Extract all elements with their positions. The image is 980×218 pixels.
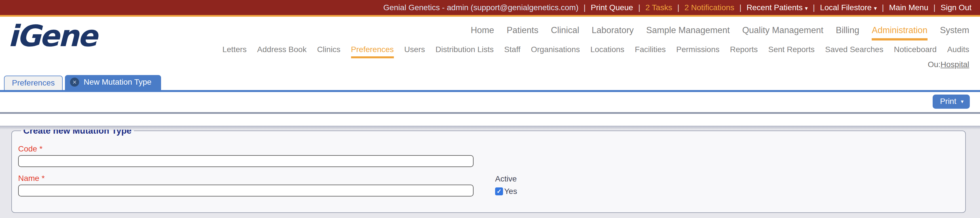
subnav-clinics[interactable]: Clinics	[317, 45, 340, 57]
recent-patients-dropdown[interactable]: Recent Patients▾	[735, 3, 808, 12]
active-label: Active	[495, 174, 517, 183]
subnav-address-book[interactable]: Address Book	[257, 45, 307, 57]
name-input[interactable]	[18, 185, 474, 196]
code-input[interactable]	[18, 155, 474, 167]
tab-new-mutation-type[interactable]: ✕ New Mutation Type	[65, 75, 161, 90]
subnav-letters[interactable]: Letters	[222, 45, 247, 57]
igene-logo[interactable]: iGene	[8, 21, 96, 51]
sign-out-link[interactable]: Sign Out	[928, 3, 972, 12]
subnav-reports[interactable]: Reports	[730, 45, 758, 57]
chevron-down-icon: ▾	[805, 5, 808, 11]
subnav-noticeboard[interactable]: Noticeboard	[894, 45, 937, 57]
main-menu-link[interactable]: Main Menu	[877, 3, 928, 12]
nav-laboratory[interactable]: Laboratory	[592, 25, 634, 39]
tab-bar: Preferences ✕ New Mutation Type	[0, 75, 980, 92]
nav-patients[interactable]: Patients	[507, 25, 538, 39]
active-field-group: Active ✓ Yes	[495, 174, 517, 196]
chevron-down-icon: ▾	[961, 98, 964, 105]
name-row: Name* Active ✓ Yes	[18, 174, 958, 196]
code-field-group: Code*	[18, 144, 958, 167]
print-button[interactable]: Print ▾	[933, 95, 970, 109]
required-mark: *	[42, 174, 45, 183]
subnav-locations[interactable]: Locations	[590, 45, 624, 57]
org-unit-hospital-link[interactable]: Hospital	[940, 60, 969, 69]
print-button-label: Print	[940, 97, 956, 106]
main-nav: Home Patients Clinical Laboratory Sample…	[0, 17, 980, 41]
subnav-organisations[interactable]: Organisations	[531, 45, 580, 57]
nav-sample-management[interactable]: Sample Management	[646, 25, 730, 39]
tab-label: New Mutation Type	[84, 77, 151, 87]
header: iGene Home Patients Clinical Laboratory …	[0, 17, 980, 75]
name-field-group: Name*	[18, 174, 474, 196]
create-mutation-type-panel: Create new Mutation Type Code* Name* Act…	[11, 126, 966, 213]
top-bar: Genial Genetics - admin (support@genialg…	[0, 0, 980, 15]
subnav-users[interactable]: Users	[404, 45, 425, 57]
nav-clinical[interactable]: Clinical	[551, 25, 579, 39]
logged-in-user-text: Genial Genetics - admin (support@genialg…	[383, 3, 579, 12]
subnav-permissions[interactable]: Permissions	[676, 45, 719, 57]
notifications-link[interactable]: 2 Notifications	[672, 3, 734, 12]
chevron-down-icon: ▾	[874, 5, 877, 11]
divider-shadow	[0, 126, 980, 130]
name-label: Name*	[18, 174, 474, 183]
nav-quality-management[interactable]: Quality Management	[742, 25, 823, 39]
nav-billing[interactable]: Billing	[836, 25, 859, 39]
check-icon: ✓	[496, 188, 502, 195]
required-mark: *	[40, 144, 43, 153]
nav-administration[interactable]: Administration	[872, 25, 927, 41]
section-divider	[0, 112, 980, 114]
org-unit-row: Ou: Hospital	[0, 58, 980, 69]
local-filestore-dropdown[interactable]: Local Filestore▾	[808, 3, 877, 12]
subnav-sent-reports[interactable]: Sent Reports	[768, 45, 815, 57]
tab-preferences[interactable]: Preferences	[4, 76, 63, 90]
subnav-preferences[interactable]: Preferences	[351, 45, 394, 58]
subnav-staff[interactable]: Staff	[504, 45, 520, 57]
subnav-saved-searches[interactable]: Saved Searches	[825, 45, 883, 57]
sub-nav: Letters Address Book Clinics Preferences…	[0, 41, 980, 58]
active-yes-label: Yes	[504, 187, 517, 196]
close-tab-icon[interactable]: ✕	[70, 77, 79, 87]
print-queue-link[interactable]: Print Queue	[579, 3, 633, 12]
toolbar: Print ▾	[0, 92, 980, 112]
subnav-audits[interactable]: Audits	[947, 45, 969, 57]
tasks-link[interactable]: 2 Tasks	[633, 3, 672, 12]
subnav-facilities[interactable]: Facilities	[635, 45, 666, 57]
nav-home[interactable]: Home	[471, 25, 494, 39]
nav-system[interactable]: System	[940, 25, 969, 39]
main-content: Create new Mutation Type Code* Name* Act…	[0, 126, 980, 218]
active-yes-checkbox[interactable]: ✓	[495, 187, 503, 195]
org-unit-prefix: Ou:	[928, 60, 940, 69]
code-label: Code*	[18, 144, 958, 153]
subnav-distribution-lists[interactable]: Distribution Lists	[436, 45, 494, 57]
